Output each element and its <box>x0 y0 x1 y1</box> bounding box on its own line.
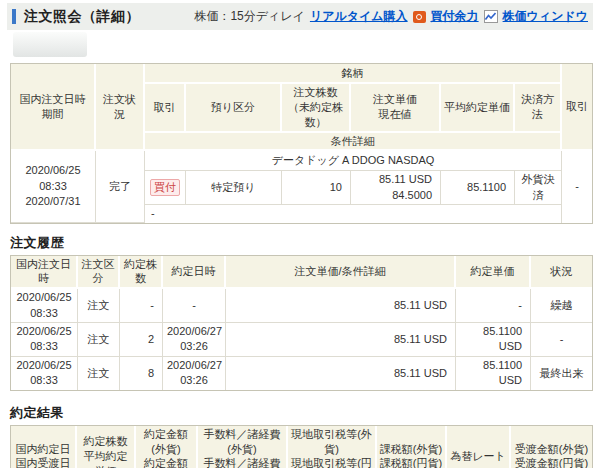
col-result-fees: 手数料／諸経費(外貨)手数料／諸経費(円貨) <box>198 426 288 468</box>
title-links: 株価：15分ディレイ リアルタイム購入 買付余力 株価ウィンドウ <box>194 8 588 25</box>
cell-exec-price: 85.1100 USD <box>456 323 531 357</box>
cell-status: 最終出来 <box>531 357 592 390</box>
cell-exec-datetime: 2020/06/2703:26 <box>163 323 226 357</box>
col-account-type: 預り区分 <box>186 84 282 133</box>
col-history-datetime: 国内注文日時 <box>11 256 78 290</box>
col-symbol: 銘柄 <box>145 64 562 84</box>
cell-exec-price: - <box>456 289 531 323</box>
col-result-qty-avg: 約定株数平均約定単価 <box>77 426 136 468</box>
cell-price-condition: 85.11 USD <box>226 357 456 390</box>
cell-account-type: 特定預り <box>186 171 282 205</box>
cell-datetime: 2020/06/2508:33 <box>11 357 78 390</box>
cell-condition-detail: - <box>145 205 562 222</box>
cell-exec-qty: - <box>120 289 163 323</box>
quote-delay-label: 株価：15分ディレイ <box>194 8 304 25</box>
col-history-exec-price: 約定単価 <box>456 256 531 290</box>
col-avg-exec-price: 平均約定単価 <box>441 84 515 133</box>
cell-exec-qty: 8 <box>120 357 163 390</box>
cell-exec-qty: 2 <box>120 323 163 357</box>
col-history-exec-datetime: 約定日時 <box>163 256 226 290</box>
col-history-order-type: 注文区分 <box>78 256 120 290</box>
col-result-fx-rate: 為替レート <box>447 426 511 468</box>
cell-trade: 買付 <box>145 171 186 205</box>
cell-exec-price: 85.1100 USD <box>456 357 531 390</box>
cell-symbol: データドッグ A DDOG NASDAQ <box>145 151 562 171</box>
buying-power-icon[interactable] <box>413 11 426 23</box>
cell-order-type: 注文 <box>78 289 120 323</box>
col-result-delivery: 受渡金額(外貨)受渡金額(円貨) <box>511 426 592 468</box>
col-order-qty: 注文株数 （未約定株数） <box>282 84 351 133</box>
col-result-amount: 約定金額(外貨)約定金額(円貨) <box>136 426 198 468</box>
exec-result-table: 国内約定日国内受渡日 約定株数平均約定単価 約定金額(外貨)約定金額(円貨) 手… <box>10 425 593 468</box>
cell-avg-exec-price: 85.1100 <box>441 171 515 205</box>
col-order-datetime-period: 国内注文日時 期間 <box>11 64 96 151</box>
col-result-local-tax: 現地取引税等(外貨)現地取引税等(円貨) <box>288 426 377 468</box>
title-accent-bar <box>12 9 16 24</box>
col-trade-action: 取引 <box>562 64 592 151</box>
order-history-table: 国内注文日時 注文区分 約定株数 約定日時 注文単価/条件詳細 約定単価 状況 … <box>10 255 593 391</box>
cell-order-datetime-period: 2020/06/25 08:33 2020/07/31 <box>11 151 96 222</box>
exec-result-title: 約定結果 <box>10 404 600 422</box>
cell-order-qty: 10 <box>282 171 351 205</box>
page-title: 注文照会（詳細） <box>24 8 140 26</box>
col-result-dates: 国内約定日国内受渡日 <box>11 426 77 468</box>
inactive-tab <box>13 32 87 57</box>
buy-badge: 買付 <box>150 179 180 196</box>
cell-status: - <box>531 323 592 357</box>
history-row: 2020/06/2508:33 注文 8 2020/06/2703:26 85.… <box>11 357 592 390</box>
cell-order-type: 注文 <box>78 357 120 390</box>
cell-datetime: 2020/06/2508:33 <box>11 289 78 323</box>
col-settlement-method: 決済方法 <box>515 84 562 133</box>
cell-settlement-method: 外貨決済 <box>515 171 562 205</box>
line-chart-glyph <box>485 12 496 22</box>
order-history-title: 注文履歴 <box>10 234 600 252</box>
quote-window-link[interactable]: 株価ウィンドウ <box>503 8 588 25</box>
order-detail-table: 国内注文日時 期間 注文状況 銘柄 取引 取引 預り区分 注文株数 （未約定株数… <box>10 63 593 224</box>
order-detail-row: 2020/06/25 08:33 2020/07/31 完了 データドッグ A … <box>11 151 592 171</box>
coin-glyph <box>416 14 422 20</box>
col-order-status: 注文状況 <box>96 64 145 151</box>
cell-order-price: 85.11 USD 84.5000 <box>351 171 441 205</box>
quote-window-chart-icon[interactable] <box>484 10 498 23</box>
col-order-price: 注文単価 現在値 <box>351 84 441 133</box>
cell-exec-datetime: 2020/06/2703:26 <box>163 357 226 390</box>
col-condition-detail: 条件詳細 <box>145 133 562 152</box>
cell-trade-action: - <box>562 151 592 222</box>
col-result-tax: 課税額(外貨)課税額(円貨) <box>377 426 447 468</box>
col-history-price-condition: 注文単価/条件詳細 <box>226 256 456 290</box>
cell-status: 繰越 <box>531 289 592 323</box>
cell-order-type: 注文 <box>78 323 120 357</box>
cell-exec-datetime: - <box>163 289 226 323</box>
cell-datetime: 2020/06/2508:33 <box>11 323 78 357</box>
buying-power-link[interactable]: 買付余力 <box>431 8 479 25</box>
cell-order-status: 完了 <box>96 151 145 222</box>
cell-price-condition: 85.11 USD <box>226 323 456 357</box>
cell-price-condition: 85.11 USD <box>226 289 456 323</box>
history-row: 2020/06/2508:33 注文 2 2020/06/2703:26 85.… <box>11 323 592 357</box>
col-trade: 取引 <box>145 84 186 133</box>
col-history-exec-qty: 約定株数 <box>120 256 163 290</box>
col-history-status: 状況 <box>531 256 592 290</box>
title-bar: 注文照会（詳細） 株価：15分ディレイ リアルタイム購入 買付余力 株価ウィンド… <box>7 3 593 30</box>
realtime-purchase-link[interactable]: リアルタイム購入 <box>310 8 408 25</box>
history-row: 2020/06/2508:33 注文 - - 85.11 USD - 繰越 <box>11 289 592 323</box>
